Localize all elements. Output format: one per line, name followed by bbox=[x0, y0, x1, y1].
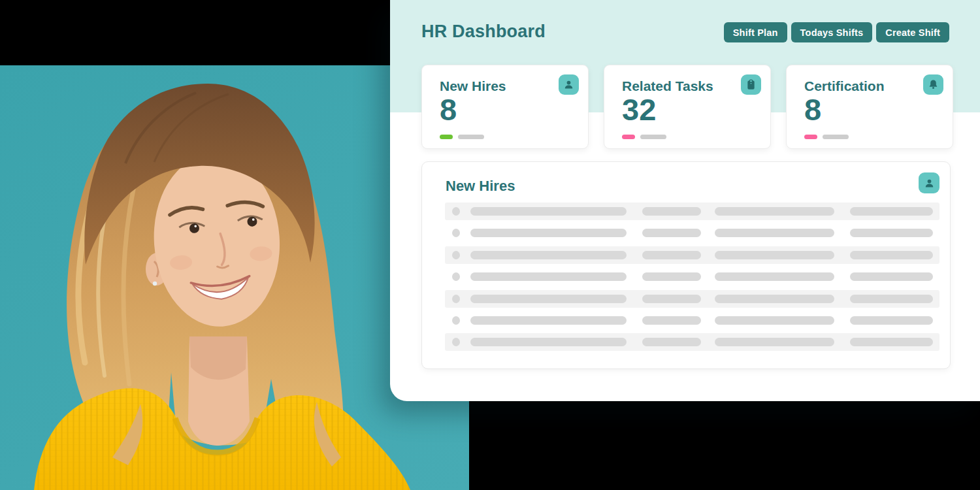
black-band-top-left bbox=[0, 0, 391, 65]
skeleton-bar bbox=[850, 295, 933, 303]
clipboard-icon bbox=[741, 74, 761, 95]
stat-card-certification: Certification 8 bbox=[786, 65, 953, 149]
screenshot-root: HR Dashboard Shift Plan Todays Shifts Cr… bbox=[0, 0, 980, 490]
skeleton-bar bbox=[470, 251, 627, 259]
skeleton-bar bbox=[470, 272, 627, 281]
stat-card-progress-pills bbox=[622, 135, 666, 139]
skeleton-bar bbox=[642, 295, 701, 303]
skeleton-row bbox=[445, 246, 939, 264]
skeleton-row bbox=[445, 268, 939, 286]
stat-card-value: 8 bbox=[440, 93, 457, 127]
skeleton-bar bbox=[850, 316, 933, 325]
bell-icon bbox=[923, 74, 943, 95]
skeleton-avatar-dot bbox=[452, 229, 460, 237]
black-band-bottom-right bbox=[469, 401, 980, 490]
skeleton-bar bbox=[850, 251, 933, 259]
skeleton-bar bbox=[850, 272, 933, 281]
skeleton-avatar-dot bbox=[452, 272, 460, 281]
skeleton-bar bbox=[642, 338, 701, 346]
accent-pill bbox=[440, 135, 453, 139]
stat-card-progress-pills bbox=[804, 135, 849, 139]
skeleton-row bbox=[445, 312, 939, 329]
page-title: HR Dashboard bbox=[421, 22, 546, 42]
new-hires-list-card: New Hires bbox=[421, 161, 951, 369]
skeleton-bar bbox=[715, 338, 834, 346]
skeleton-bar bbox=[715, 229, 834, 237]
action-button-group: Shift Plan Todays Shifts Create Shift bbox=[724, 22, 949, 42]
todays-shifts-button[interactable]: Todays Shifts bbox=[791, 22, 873, 42]
skeleton-row-list bbox=[445, 203, 939, 355]
stat-card-value: 8 bbox=[804, 93, 821, 127]
skeleton-avatar-dot bbox=[452, 295, 460, 303]
skeleton-bar bbox=[850, 338, 933, 346]
skeleton-row bbox=[445, 224, 939, 242]
gray-pill bbox=[823, 135, 849, 139]
skeleton-bar bbox=[470, 295, 627, 303]
gray-pill bbox=[640, 135, 666, 139]
skeleton-bar bbox=[850, 207, 933, 216]
skeleton-avatar-dot bbox=[452, 316, 460, 325]
person-icon bbox=[559, 74, 579, 95]
skeleton-row bbox=[445, 290, 939, 308]
person-icon bbox=[919, 172, 939, 193]
skeleton-bar bbox=[470, 316, 627, 325]
skeleton-bar bbox=[470, 207, 627, 216]
stat-card-row: New Hires 8 Related Tasks bbox=[421, 65, 953, 149]
skeleton-bar bbox=[642, 229, 701, 237]
stat-card-new-hires: New Hires 8 bbox=[421, 65, 589, 149]
list-card-title: New Hires bbox=[446, 178, 515, 195]
skeleton-avatar-dot bbox=[452, 338, 460, 346]
skeleton-row bbox=[445, 203, 939, 220]
skeleton-avatar-dot bbox=[452, 207, 460, 216]
skeleton-row bbox=[445, 333, 939, 351]
skeleton-bar bbox=[715, 207, 834, 216]
skeleton-bar bbox=[642, 207, 701, 216]
gray-pill bbox=[458, 135, 484, 139]
skeleton-bar bbox=[715, 316, 834, 325]
shift-plan-button[interactable]: Shift Plan bbox=[724, 22, 787, 42]
skeleton-bar bbox=[715, 251, 834, 259]
hr-dashboard-panel: HR Dashboard Shift Plan Todays Shifts Cr… bbox=[390, 0, 980, 401]
skeleton-bar bbox=[470, 338, 627, 346]
skeleton-bar bbox=[715, 272, 834, 281]
stat-card-value: 32 bbox=[622, 93, 656, 127]
stat-card-related-tasks: Related Tasks 32 bbox=[604, 65, 771, 149]
create-shift-button[interactable]: Create Shift bbox=[876, 22, 949, 42]
accent-pill bbox=[622, 135, 635, 139]
skeleton-bar bbox=[642, 316, 701, 325]
skeleton-bar bbox=[715, 295, 834, 303]
accent-pill bbox=[804, 135, 817, 139]
skeleton-bar bbox=[642, 272, 701, 281]
skeleton-bar bbox=[642, 251, 701, 259]
skeleton-bar bbox=[470, 229, 627, 237]
skeleton-bar bbox=[850, 229, 933, 237]
stat-card-progress-pills bbox=[440, 135, 484, 139]
skeleton-avatar-dot bbox=[452, 251, 460, 259]
